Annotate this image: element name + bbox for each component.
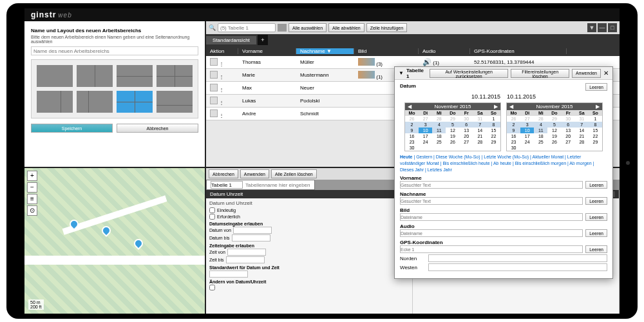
layout-option[interactable] [117, 65, 153, 87]
time-from-input[interactable] [227, 249, 266, 256]
layout-option-selected[interactable] [117, 91, 153, 113]
apply-button[interactable]: Anwenden [572, 69, 601, 78]
calendar-day[interactable]: 19 [446, 133, 459, 139]
quick-date-link[interactable]: Ab morgen [569, 161, 591, 166]
calendar-day[interactable]: 21 [575, 133, 589, 139]
row-action-icon[interactable] [210, 71, 218, 79]
layout-option[interactable] [156, 65, 193, 87]
calendar-day[interactable]: 17 [520, 133, 534, 139]
apply-button[interactable]: Anwenden [240, 169, 269, 178]
calendar-day[interactable]: 13 [460, 128, 473, 133]
calendar-day[interactable]: 22 [589, 133, 602, 139]
layout-option[interactable] [156, 91, 193, 113]
calendar-day[interactable]: 1 [487, 116, 500, 122]
drag-icon[interactable]: ⋮ [219, 87, 224, 93]
row-action-icon[interactable] [210, 97, 218, 104]
save-button[interactable]: Speichern [31, 124, 113, 133]
filter-input[interactable] [428, 254, 607, 262]
calendar-day[interactable]: 18 [534, 133, 547, 139]
maximize-icon[interactable]: □ [608, 23, 617, 32]
zoom-out-button[interactable]: − [27, 182, 37, 193]
table-search-input[interactable] [218, 23, 276, 32]
column-header[interactable]: Bild [354, 48, 419, 54]
cancel-button[interactable]: Abbrechen [117, 124, 198, 133]
calendar-day[interactable]: 6 [562, 122, 575, 128]
drag-icon[interactable]: ⋮ [219, 74, 224, 80]
quick-date-link[interactable]: Diese Woche (Mo-So) [436, 155, 480, 159]
calendar-day[interactable]: 30 [507, 145, 520, 151]
calendar-day[interactable]: 22 [487, 133, 500, 139]
zoom-in-button[interactable]: + [27, 171, 37, 181]
calendar-day[interactable]: 15 [487, 128, 500, 133]
minimize-icon[interactable]: — [598, 23, 607, 32]
calendar-day[interactable]: 20 [562, 133, 575, 139]
deselect-all-button[interactable]: Alle abwählen [328, 23, 365, 32]
calendar-day[interactable]: 19 [547, 133, 561, 139]
map-locate-button[interactable]: ⊙ [27, 205, 37, 216]
calendar-day[interactable]: 4 [534, 122, 547, 128]
calendar-day[interactable]: 23 [405, 139, 419, 145]
table-tab[interactable]: Tabellenname hier eingeben [206, 180, 315, 190]
filter-input[interactable] [400, 213, 583, 221]
calendar-day[interactable]: 11 [432, 128, 446, 133]
filter-input[interactable] [400, 197, 583, 205]
calendar-day[interactable]: 10 [520, 128, 534, 133]
prev-month-icon[interactable]: ◀ [509, 104, 513, 109]
calendar-day[interactable]: 14 [575, 128, 589, 133]
calendar-from[interactable]: ◀November 2015▶ MoDiMiDoFrSaSo2627282930… [404, 102, 501, 151]
row-action-icon[interactable] [210, 84, 218, 91]
calendar-day[interactable]: 21 [473, 133, 487, 139]
calendar-day[interactable]: 25 [534, 139, 547, 145]
quick-date-link[interactable]: Letztes Jahr [428, 167, 452, 172]
reset-button[interactable]: Auf Werkseinstellungen zurücksetzen [430, 69, 509, 78]
calendar-day[interactable]: 25 [432, 139, 446, 145]
delete-all-rows-button[interactable]: Alle Zeilen löschen [271, 169, 317, 178]
quick-date-link[interactable]: Aktueller Monat [532, 155, 564, 159]
row-action-icon[interactable] [210, 109, 218, 117]
column-header[interactable]: GPS-Koordinaten [470, 48, 567, 54]
calendar-day[interactable]: 26 [446, 139, 459, 145]
audio-icon[interactable]: 🔊 [422, 58, 431, 66]
quick-date-link[interactable]: Letzte Woche (Mo-So) [484, 155, 529, 159]
calendar-day[interactable]: 28 [473, 139, 487, 145]
calendar-day[interactable]: 11 [534, 128, 547, 133]
close-icon[interactable]: ✕ [603, 70, 609, 77]
calendar-day[interactable]: 15 [589, 128, 602, 133]
quick-date-link[interactable]: Bis einschließlich heute [442, 161, 489, 166]
calendar-day[interactable]: 5 [547, 122, 561, 128]
calendar-day[interactable]: 3 [520, 122, 534, 128]
calendar-day[interactable]: 7 [575, 122, 589, 128]
clear-button[interactable]: Leeren [585, 83, 607, 91]
map-pin-icon[interactable] [100, 224, 113, 237]
clear-button[interactable]: Leeren [585, 213, 607, 221]
workspace-name-input[interactable] [31, 46, 198, 55]
time-to-input[interactable] [226, 256, 265, 263]
calendar-day[interactable]: 6 [460, 122, 473, 128]
view-tab[interactable]: Standardansicht [206, 36, 256, 44]
calendar-day[interactable]: 10 [419, 128, 432, 133]
calendar-day[interactable]: 23 [507, 139, 520, 145]
calendar-day[interactable]: 4 [432, 122, 446, 128]
layout-option[interactable] [37, 91, 73, 113]
calendar-day[interactable]: 8 [589, 122, 602, 128]
filter-input[interactable] [428, 263, 607, 271]
filter-input[interactable] [400, 245, 583, 253]
calendar-day[interactable]: 7 [473, 122, 487, 128]
calendar-day[interactable]: 5 [446, 122, 459, 128]
calendar-day[interactable]: 29 [487, 139, 500, 145]
required-checkbox[interactable] [209, 214, 215, 220]
column-header[interactable]: Aktion [206, 48, 238, 54]
unique-checkbox[interactable] [209, 207, 215, 213]
calendar-day[interactable]: 26 [547, 139, 561, 145]
calendar-day[interactable]: 27 [460, 139, 473, 145]
calendar-day[interactable]: 13 [562, 128, 575, 133]
clear-button[interactable]: Leeren [585, 245, 607, 253]
calendar-day[interactable]: 12 [446, 128, 459, 133]
quick-date-link[interactable]: Heute [400, 155, 412, 159]
drag-icon[interactable]: ⋮ [219, 61, 224, 67]
editable-checkbox[interactable] [209, 285, 215, 290]
layout-option[interactable] [77, 91, 113, 113]
calendar-day[interactable]: 1 [589, 116, 602, 122]
clear-button[interactable]: Leeren [585, 229, 607, 237]
calendar-to[interactable]: ◀November 2015▶ MoDiMiDoFrSaSo2627282930… [506, 102, 603, 151]
